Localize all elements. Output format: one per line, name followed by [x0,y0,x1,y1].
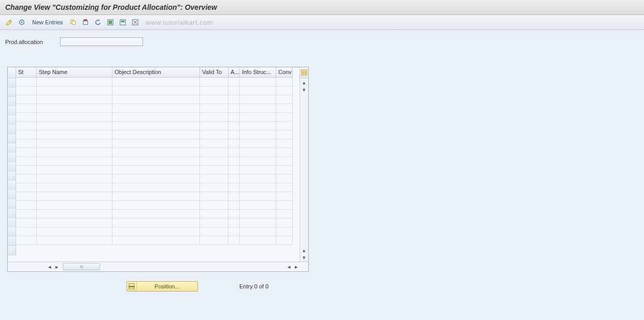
vertical-scrollbar[interactable]: ▴ ▾ ▴ ▾ [299,67,308,261]
table-cell[interactable] [240,104,276,113]
table-cell[interactable] [240,166,276,174]
table-cell[interactable] [240,236,276,245]
table-cell[interactable] [228,86,240,95]
table-cell[interactable] [228,174,240,183]
table-cell[interactable] [276,113,293,122]
row-selector[interactable] [8,97,16,106]
table-cell[interactable] [276,174,293,183]
table-cell[interactable] [228,192,240,201]
table-row[interactable] [16,122,299,130]
table-row[interactable] [16,201,299,210]
table-row[interactable] [16,166,299,174]
horizontal-scrollbar[interactable]: ◂ ▸ ◂ ▸ [8,261,308,271]
scroll-up2-icon[interactable]: ▾ [300,86,308,93]
table-cell[interactable] [200,95,228,104]
table-cell[interactable] [240,219,276,227]
position-button[interactable]: Position... [126,281,198,292]
table-row[interactable] [16,130,299,139]
table-cell[interactable] [112,201,200,210]
table-cell[interactable] [200,192,228,201]
table-cell[interactable] [37,78,112,86]
scroll-down-icon[interactable]: ▴ [300,247,308,253]
table-row[interactable] [16,78,299,86]
prod-allocation-input[interactable] [60,37,143,46]
table-cell[interactable] [240,148,276,157]
row-selector[interactable] [8,153,16,162]
table-row[interactable] [16,210,299,219]
table-cell[interactable] [240,78,276,86]
table-cell[interactable] [112,139,200,148]
table-cell[interactable] [276,166,293,174]
table-cell[interactable] [16,130,37,139]
col-header-valid[interactable]: Valid To [200,67,228,78]
table-row[interactable] [16,183,299,192]
row-selector[interactable] [8,115,16,125]
table-cell[interactable] [228,219,240,227]
col-header-st[interactable]: St [16,67,37,78]
table-cell[interactable] [37,95,112,104]
table-cell[interactable] [228,130,240,139]
table-row[interactable] [16,219,299,227]
row-selector[interactable] [8,237,16,246]
row-selector[interactable] [8,218,16,227]
table-cell[interactable] [228,148,240,157]
table-cell[interactable] [276,219,293,227]
table-row[interactable] [16,174,299,183]
table-cell[interactable] [240,157,276,166]
table-cell[interactable] [16,104,37,113]
row-selector[interactable] [8,162,16,171]
table-cell[interactable] [276,148,293,157]
table-cell[interactable] [112,104,200,113]
table-cell[interactable] [112,113,200,122]
table-row[interactable] [16,236,299,245]
table-cell[interactable] [112,166,200,174]
table-cell[interactable] [37,113,112,122]
table-cell[interactable] [240,113,276,122]
table-cell[interactable] [37,236,112,245]
undo-button[interactable] [93,17,103,27]
table-cell[interactable] [112,192,200,201]
col-header-conv[interactable]: Conv [276,67,293,78]
table-row[interactable] [16,104,299,113]
table-cell[interactable] [16,166,37,174]
table-cell[interactable] [37,201,112,210]
table-cell[interactable] [228,139,240,148]
table-cell[interactable] [276,86,293,95]
table-cell[interactable] [200,157,228,166]
table-cell[interactable] [16,210,37,219]
table-cell[interactable] [228,157,240,166]
row-selector[interactable] [8,106,16,115]
table-row[interactable] [16,227,299,236]
select-all-rows[interactable] [8,67,16,78]
table-cell[interactable] [200,236,228,245]
table-cell[interactable] [200,122,228,130]
select-all-button[interactable] [105,17,116,27]
table-cell[interactable] [240,210,276,219]
table-row[interactable] [16,157,299,166]
row-selector[interactable] [8,199,16,209]
table-cell[interactable] [200,174,228,183]
table-cell[interactable] [200,130,228,139]
row-selector[interactable] [8,78,16,88]
table-cell[interactable] [228,183,240,192]
new-entries-button[interactable]: New Entries [29,17,66,27]
table-cell[interactable] [37,148,112,157]
row-selector[interactable] [8,125,16,134]
col-header-obj[interactable]: Object Description [112,67,200,78]
table-cell[interactable] [200,86,228,95]
table-cell[interactable] [200,201,228,210]
table-cell[interactable] [112,210,200,219]
table-cell[interactable] [16,148,37,157]
table-cell[interactable] [112,157,200,166]
select-block-button[interactable] [118,17,128,27]
table-cell[interactable] [37,227,112,236]
table-cell[interactable] [200,139,228,148]
vscroll-track[interactable]: ▴ ▾ ▴ ▾ [300,78,308,261]
table-cell[interactable] [276,95,293,104]
table-cell[interactable] [228,210,240,219]
table-cell[interactable] [240,201,276,210]
table-cell[interactable] [200,227,228,236]
table-cell[interactable] [200,183,228,192]
table-cell[interactable] [200,210,228,219]
table-cell[interactable] [240,130,276,139]
